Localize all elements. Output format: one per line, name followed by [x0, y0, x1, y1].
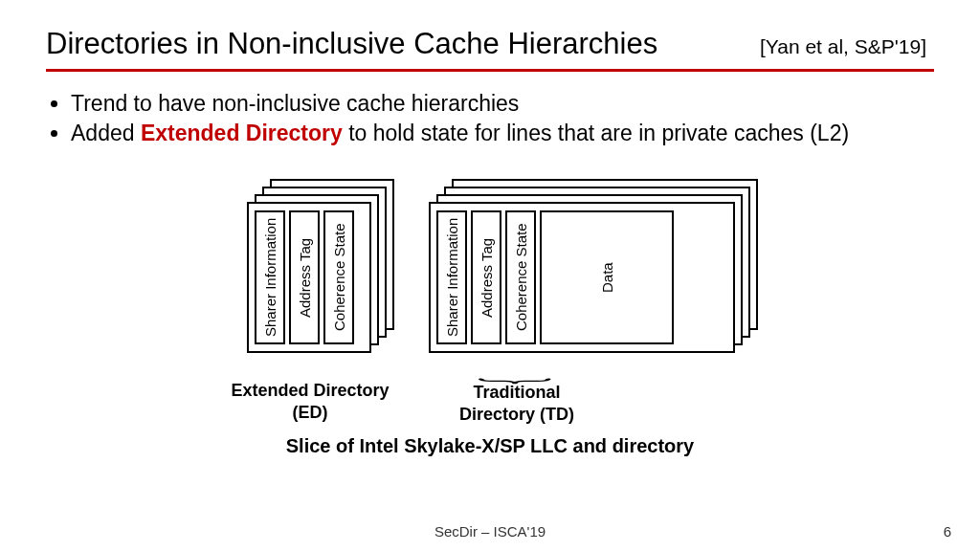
col-data: Data: [540, 210, 674, 344]
ed-label: Extended Directory (ED): [224, 380, 396, 423]
col-sharer: Sharer Information: [255, 210, 285, 344]
col-coherence: Coherence State: [323, 210, 354, 344]
col-tag: Address Tag: [471, 210, 501, 344]
bullet-list: Trend to have non-inclusive cache hierar…: [46, 89, 934, 148]
title-rule: [46, 69, 934, 72]
diagram-caption: Slice of Intel Skylake-X/SP LLC and dire…: [46, 435, 934, 457]
ed-card-front: Sharer Information Address Tag Coherence…: [247, 202, 371, 353]
col-coherence: Coherence State: [505, 210, 536, 344]
bullet-item: Added Extended Directory to hold state f…: [71, 119, 934, 148]
diagram: Sharer Information Address Tag Coherence…: [46, 169, 934, 447]
slide-title: Directories in Non-inclusive Cache Hiera…: [46, 27, 657, 61]
citation: [Yan et al, S&P'19]: [760, 35, 926, 58]
bullet-text: Added: [71, 121, 141, 145]
col-tag: Address Tag: [289, 210, 320, 344]
td-label: Traditional Directory (TD): [440, 382, 593, 425]
page-number: 6: [944, 523, 951, 540]
td-stack: Sharer Information Address Tag Coherence…: [429, 179, 764, 361]
bullet-text: to hold state for lines that are in priv…: [343, 121, 849, 145]
bullet-item: Trend to have non-inclusive cache hierar…: [71, 89, 934, 119]
bullet-emph: Extended Directory: [141, 121, 343, 145]
footer-venue: SecDir – ISCA'19: [0, 523, 980, 540]
col-sharer: Sharer Information: [436, 210, 467, 344]
ed-stack: Sharer Information Address Tag Coherence…: [247, 179, 400, 361]
td-card-front: Sharer Information Address Tag Coherence…: [429, 202, 735, 353]
